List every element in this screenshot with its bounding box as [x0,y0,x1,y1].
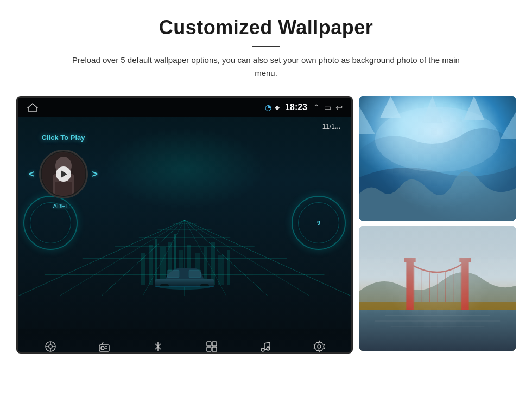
date-display: 11/1... [322,123,340,130]
right-dial: 9 [292,196,346,250]
status-left [27,102,39,112]
page-description: Preload over 5 default wallpaper options… [71,54,461,80]
page-header: Customized Wallpaper Preload over 5 defa… [0,0,532,91]
bluetooth-icon: ◔ [265,103,271,112]
bottom-nav: Navi Radio BT [18,329,351,354]
status-right: ◔ ◆ 18:23 ⌃ ▭ ↩ [265,102,343,113]
prev-track-button[interactable]: < [29,169,35,180]
photo-bridge-card [359,226,516,351]
status-icons: ◔ ◆ [265,103,280,112]
music-disc[interactable] [39,150,88,198]
svg-point-42 [49,345,52,348]
navi-icon [44,340,57,353]
ice-texture [359,96,516,221]
svg-rect-35 [189,270,201,278]
speed-display: 9 [317,220,320,226]
bt-icon [151,340,164,353]
next-track-button[interactable]: > [92,169,98,180]
svg-rect-40 [55,182,72,196]
settings-icon [313,340,326,353]
nav-icons: ⌃ ▭ ↩ [313,102,343,113]
svg-rect-34 [167,270,179,278]
apps-icon [205,340,218,353]
nav-item-radio[interactable]: Radio [85,340,123,354]
svg-line-61 [264,342,270,343]
play-icon [61,170,67,178]
artist-name: ADEL... [53,203,74,209]
right-photos [359,96,516,356]
photo-bridge [359,226,516,351]
page-title: Customized Wallpaper [33,16,499,39]
nav-item-apps[interactable]: Apps [193,340,231,354]
nav-item-music[interactable]: Music [246,340,284,354]
nav-item-bt[interactable]: BT [139,340,177,354]
svg-point-62 [318,345,321,348]
svg-rect-54 [207,347,211,351]
car-screen: ◔ ◆ 18:23 ⌃ ▭ ↩ [16,96,353,354]
svg-marker-0 [28,104,37,112]
nav-item-settings[interactable]: Settings [300,340,338,354]
window-icon: ▭ [324,103,331,112]
svg-rect-52 [207,342,211,346]
wifi-icon: ◆ [275,104,280,111]
svg-rect-53 [212,342,217,346]
bridge-fog [359,226,516,351]
content-area: ◔ ◆ 18:23 ⌃ ▭ ↩ [0,91,532,356]
music-section: Click To Play < [29,133,98,209]
display-content: 9 Click To Play < [18,117,351,329]
nav-item-navi[interactable]: Navi [31,340,69,354]
photo-ice-card [359,96,516,221]
status-bar: ◔ ◆ 18:23 ⌃ ▭ ↩ [18,98,351,117]
up-arrow-icon: ⌃ [313,102,320,113]
click-to-play-label[interactable]: Click To Play [42,133,85,142]
svg-rect-55 [212,347,217,351]
svg-point-48 [101,346,104,350]
radio-icon [98,340,111,353]
back-icon: ↩ [335,102,343,113]
home-icon [27,102,39,112]
play-button[interactable] [56,166,71,182]
right-info: 11/1... [322,123,340,130]
photo-ice [359,96,516,221]
svg-point-56 [261,348,264,351]
music-icon [259,340,272,353]
time-display: 18:23 [285,102,307,112]
car-image [152,264,217,291]
title-divider [252,46,280,47]
music-disc-container: < > [29,150,98,198]
